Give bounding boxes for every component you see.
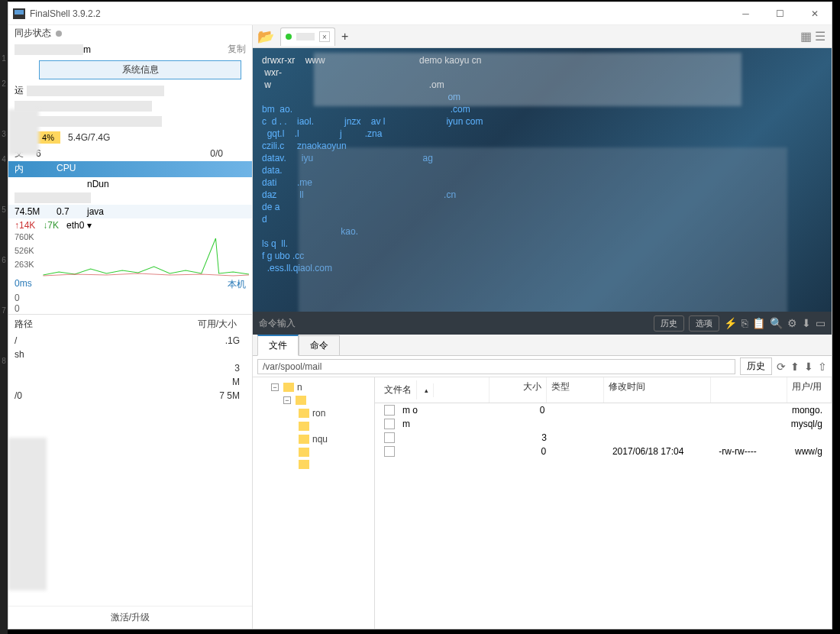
search-icon[interactable]: 🔍 xyxy=(770,317,783,329)
window-title: FinalShell 3.9.2.2 xyxy=(30,8,101,19)
file-list: 文件名 ▴ 大小 类型 修改时间 用户/用 m o 0mongo. m mysq… xyxy=(375,377,832,629)
minimize-button[interactable]: ─ xyxy=(729,2,763,25)
host-suffix: m xyxy=(83,44,91,55)
disk-header: 路径 可用/大小 xyxy=(8,314,252,334)
session-tab[interactable]: × xyxy=(280,27,335,46)
connection-status-icon xyxy=(286,34,292,40)
sync-status-dot-icon xyxy=(56,31,62,37)
folder-icon xyxy=(296,396,306,405)
file-row[interactable]: m o 0mongo. xyxy=(375,403,832,417)
folder-icon xyxy=(299,435,309,444)
grid-view-icon[interactable]: ▦ xyxy=(800,29,812,44)
command-input[interactable]: 命令输入 xyxy=(259,317,649,330)
path-bar: /var/spool/mail 历史 ⟳ ⬆ ⬇ ⇧ xyxy=(253,356,832,377)
app-window: FinalShell 3.9.2.2 ─ ☐ ✕ 同步状态 m 复制 系统信息 … xyxy=(8,2,832,629)
process-header: 内 CPU xyxy=(8,161,252,177)
add-tab-button[interactable]: + xyxy=(341,30,348,44)
copy-icon[interactable]: ⎘ xyxy=(741,317,748,329)
refresh-icon[interactable]: ⟳ xyxy=(777,361,786,373)
disk-row[interactable]: M xyxy=(8,375,252,389)
download-icon[interactable]: ⬇ xyxy=(802,317,811,329)
file-icon xyxy=(384,446,395,457)
commands-tab[interactable]: 命令 xyxy=(299,335,340,356)
activate-upgrade-button[interactable]: 激活/升级 xyxy=(8,606,252,629)
swap-text: 0/0 xyxy=(210,148,246,159)
disk-row[interactable]: /.1G xyxy=(8,334,252,348)
file-row[interactable]: m mysql/g xyxy=(375,417,832,431)
file-browser: −n − ron nqu 文件名 ▴ 大小 类型 修改时间 用户/用 xyxy=(253,377,832,629)
path-history-button[interactable]: 历史 xyxy=(740,357,772,375)
file-icon xyxy=(384,405,395,416)
upload-icon: ↑14K xyxy=(15,220,35,231)
tab-bar: 📂 × + ▦ ☰ xyxy=(253,25,832,48)
network-interface-select[interactable]: eth0 ▾ xyxy=(66,220,92,231)
expand-icon[interactable]: − xyxy=(283,396,291,404)
files-tab[interactable]: 文件 xyxy=(257,335,299,356)
network-graph: 760K 526K 263K xyxy=(11,232,249,277)
sync-status-label: 同步状态 xyxy=(15,27,51,40)
bolt-icon[interactable]: ⚡ xyxy=(724,317,737,329)
process-row[interactable]: nDun xyxy=(8,177,252,191)
label-run: 运 xyxy=(15,84,24,97)
app-icon xyxy=(13,8,25,19)
maximize-button[interactable]: ☐ xyxy=(763,2,797,25)
network-stats: ↑14K ↓7K eth0 ▾ xyxy=(8,218,252,232)
disk-row[interactable]: sh xyxy=(8,348,252,361)
system-info-button[interactable]: 系统信息 xyxy=(39,60,241,79)
process-row[interactable]: 74.5M0.7java xyxy=(8,205,252,218)
bottom-tabs: 文件 命令 xyxy=(253,335,832,356)
copy-button[interactable]: 复制 xyxy=(228,43,246,56)
file-icon xyxy=(384,419,395,429)
main-area: 📂 × + ▦ ☰ drwxr-xr www demo kaoyu cn xyxy=(253,25,832,629)
close-tab-button[interactable]: × xyxy=(319,31,330,42)
disk-row[interactable]: /07 5M xyxy=(8,389,252,403)
up-dir-icon[interactable]: ⇧ xyxy=(818,361,827,373)
folder-icon xyxy=(299,460,309,469)
fullscreen-icon[interactable]: ▭ xyxy=(816,317,825,329)
latency-row: 0ms 本机 xyxy=(8,277,252,293)
folder-icon xyxy=(299,448,309,457)
host-redacted xyxy=(15,44,83,55)
disk-row[interactable]: 3 xyxy=(8,361,252,375)
upload-icon[interactable]: ⬆ xyxy=(790,361,800,373)
swap-val: 6 xyxy=(36,148,60,159)
folder-icon xyxy=(283,383,294,392)
terminal[interactable]: drwxr-xr www demo kaoyu cn wxr- w .om xyxy=(253,48,832,312)
path-input[interactable]: /var/spool/mail xyxy=(257,359,735,374)
open-folder-icon[interactable]: 📂 xyxy=(257,28,274,45)
file-row[interactable]: 3 xyxy=(375,431,832,445)
mem-bar: 4% xyxy=(36,131,60,144)
history-button[interactable]: 历史 xyxy=(654,315,684,332)
command-bar: 命令输入 历史 选项 ⚡ ⎘ 📋 🔍 ⚙ ⬇ ▭ xyxy=(253,312,832,335)
file-tree[interactable]: −n − ron nqu xyxy=(253,377,375,629)
download-file-icon[interactable]: ⬇ xyxy=(804,361,813,373)
list-view-icon[interactable]: ☰ xyxy=(815,29,825,44)
mem-text: 5.4G/7.4G xyxy=(68,132,110,143)
file-list-header[interactable]: 文件名 ▴ 大小 类型 修改时间 用户/用 xyxy=(375,377,832,403)
paste-icon[interactable]: 📋 xyxy=(752,317,765,329)
sidebar: 同步状态 m 复制 系统信息 运 C 内 4% 5.4G/7.4G 交 6 0/… xyxy=(8,25,253,629)
settings-icon[interactable]: ⚙ xyxy=(787,317,797,329)
expand-icon[interactable]: − xyxy=(271,383,279,391)
close-button[interactable]: ✕ xyxy=(797,2,832,25)
folder-icon xyxy=(299,409,309,418)
file-row[interactable]: 0 2017/06/18 17:04 -rw-rw---- www/g xyxy=(375,445,832,458)
download-icon: ↓7K xyxy=(43,220,59,231)
process-row[interactable] xyxy=(8,191,252,205)
folder-icon xyxy=(299,422,309,431)
options-button[interactable]: 选项 xyxy=(689,315,719,332)
titlebar: FinalShell 3.9.2.2 ─ ☐ ✕ xyxy=(8,2,832,25)
file-icon xyxy=(384,432,395,443)
